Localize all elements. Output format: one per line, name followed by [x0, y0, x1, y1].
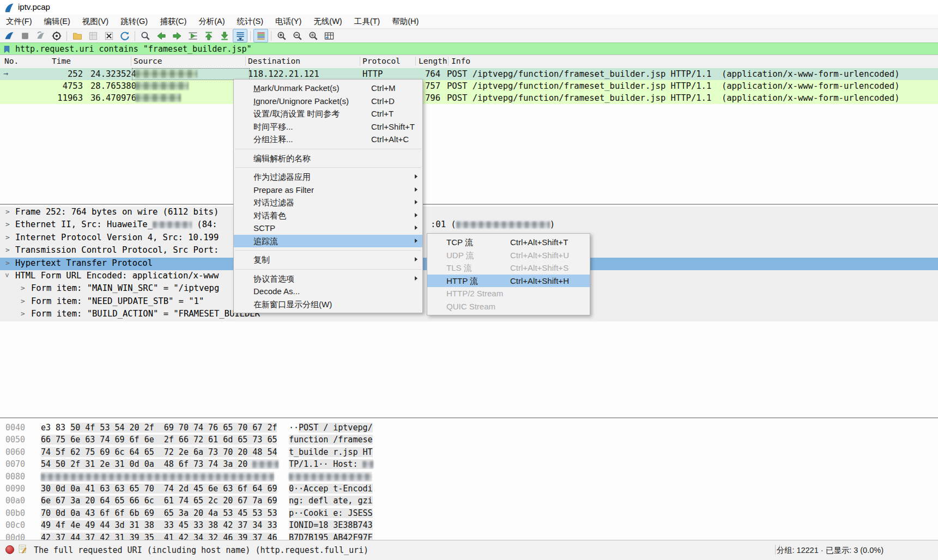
menu-wireless[interactable]: 无线(W): [307, 15, 348, 28]
capture-options-gear-icon[interactable]: [49, 29, 64, 42]
context-menu-item-follow-stream[interactable]: 追踪流: [234, 235, 422, 248]
context-menu-item-ignore[interactable]: Ignore/Unignore Packet(s)Ctrl+D: [234, 95, 422, 108]
expander-icon[interactable]: >: [21, 284, 25, 292]
hex-bytes[interactable]: e3 83 50 4f 53 54 20 2f 69 70 74 76 65 7…: [41, 423, 277, 433]
display-filter-input[interactable]: http.request.uri contains "frameset_buil…: [15, 44, 251, 54]
context-menu-item-sctp[interactable]: SCTP: [234, 222, 422, 235]
hex-bytes[interactable]: 66 75 6e 63 74 69 6f 6e 2f 66 72 61 6d 6…: [41, 435, 277, 445]
go-first-packet-icon[interactable]: [201, 29, 216, 42]
menu-separator: [235, 269, 421, 270]
column-header-length[interactable]: Length: [419, 57, 447, 65]
colorize-packets-icon[interactable]: [253, 29, 268, 42]
submenu-item-http-stream[interactable]: HTTP 流Ctrl+Alt+Shift+H: [427, 275, 590, 288]
menu-statistics[interactable]: 统计(S): [231, 15, 269, 28]
hex-bytes[interactable]: 30 0d 0a 41 63 63 65 70 74 2d 45 6e 63 6…: [41, 484, 277, 494]
context-menu-item-edit-resolved-name[interactable]: 编辑解析的名称: [234, 152, 422, 165]
zoom-out-icon[interactable]: [290, 29, 305, 42]
hex-offset: 00a0: [5, 496, 25, 506]
menu-analyze[interactable]: 分析(A): [192, 15, 231, 28]
hex-ascii[interactable]: function /framese: [289, 435, 373, 445]
hex-ascii[interactable]: p··Cooki e: JSESS: [289, 508, 373, 518]
expander-icon[interactable]: >: [5, 208, 10, 216]
menu-capture[interactable]: 捕获(C): [154, 15, 192, 28]
menu-view[interactable]: 视图(V): [76, 15, 114, 28]
hex-bytes[interactable]: 70 0d 0a 43 6f 6f 6b 69 65 3a 20 4a 53 4…: [41, 508, 277, 518]
expander-icon[interactable]: >: [5, 259, 10, 267]
resize-columns-icon[interactable]: [322, 29, 336, 42]
context-menu-item-time-reference[interactable]: 设置/取消设置 时间参考Ctrl+T: [234, 107, 422, 120]
close-file-icon[interactable]: [101, 29, 116, 42]
menu-telephony[interactable]: 电话(Y): [269, 15, 307, 28]
hex-bytes[interactable]: 74 5f 62 75 69 6c 64 65 72 2e 6a 73 70 2…: [41, 447, 277, 457]
hex-ascii[interactable]: [289, 472, 372, 482]
menu-file[interactable]: 文件(F): [0, 15, 38, 28]
column-header-source[interactable]: Source: [134, 57, 162, 65]
find-packet-icon[interactable]: [138, 29, 153, 42]
context-menu-item-packet-comment[interactable]: 分组注释...Ctrl+Alt+C: [234, 133, 422, 146]
column-header-protocol[interactable]: Protocol: [362, 57, 401, 65]
go-next-packet-icon[interactable]: [170, 29, 184, 42]
zoom-in-icon[interactable]: [274, 29, 289, 42]
hex-bytes[interactable]: 49 4f 4e 49 44 3d 31 38 33 45 33 38 42 3…: [41, 520, 277, 530]
start-capture-fin-icon[interactable]: [2, 29, 16, 42]
mac-name-redacted: [456, 221, 550, 228]
detail-ethernet-line[interactable]: > Ethernet II, Src: HuaweiTe_ (84: :01 (…: [0, 219, 938, 232]
expander-icon[interactable]: >: [5, 233, 10, 241]
context-menu-item-show-in-new-window[interactable]: 在新窗口显示分组(W): [234, 298, 422, 311]
column-header-info[interactable]: Info: [451, 57, 470, 65]
submenu-item-tcp-stream[interactable]: TCP 流Ctrl+Alt+Shift+T: [427, 236, 590, 249]
auto-scroll-icon[interactable]: [233, 29, 247, 42]
expander-icon[interactable]: >: [21, 297, 25, 305]
hex-ascii[interactable]: ··POST / iptvepg/: [289, 423, 373, 433]
zoom-original-icon[interactable]: [306, 29, 320, 42]
hex-ascii[interactable]: TP/1.1·· Host:: [289, 459, 373, 469]
menu-edit[interactable]: 编辑(E): [38, 15, 76, 28]
open-file-folder-icon[interactable]: [70, 29, 84, 42]
column-header-destination[interactable]: Destination: [248, 57, 300, 65]
context-menu-item-conversation-filter[interactable]: 对话过滤器: [234, 196, 422, 209]
packet-no: 11963: [33, 93, 83, 103]
menu-help[interactable]: 帮助(H): [386, 15, 425, 28]
expander-icon[interactable]: >: [5, 246, 10, 254]
menu-tools[interactable]: 工具(T): [348, 15, 386, 28]
expander-icon[interactable]: >: [5, 220, 10, 228]
context-menu-item-colorize-conversation[interactable]: 对话着色: [234, 209, 422, 222]
packet-row[interactable]: 11963 36.470976 796 POST /iptvepg/functi…: [0, 92, 938, 104]
context-menu-item-mark[interactable]: Mark/Unmark Packet(s)Ctrl+M: [234, 82, 422, 95]
hex-bytes[interactable]: 6e 67 3a 20 64 65 66 6c 61 74 65 2c 20 6…: [41, 496, 277, 506]
context-menu-item-protocol-preferences[interactable]: 协议首选项: [234, 272, 422, 285]
submenu-arrow-icon: [415, 200, 417, 204]
menu-go[interactable]: 跳转(G): [114, 15, 154, 28]
hex-ascii[interactable]: 0··Accep t-Encodi: [289, 484, 373, 494]
hex-redacted: [41, 473, 274, 480]
context-menu-item-decode-as[interactable]: Decode As...: [234, 285, 422, 298]
context-menu-item-copy[interactable]: 复制: [234, 253, 422, 266]
hex-bytes[interactable]: [41, 472, 274, 482]
stop-capture-icon[interactable]: [17, 29, 32, 42]
expert-info-icon[interactable]: [5, 545, 14, 554]
save-file-icon[interactable]: [86, 29, 100, 42]
packet-row[interactable]: 4753 28.765380 757 POST /iptvepg/functio…: [0, 80, 938, 92]
go-to-packet-icon[interactable]: [185, 29, 200, 42]
packet-list-pane: No. Time Source Destination Protocol Len…: [0, 54, 938, 204]
expander-icon[interactable]: >: [3, 273, 11, 278]
capture-comment-icon[interactable]: [18, 544, 27, 553]
reload-file-icon[interactable]: [117, 29, 132, 42]
hex-redacted: [252, 461, 279, 468]
hex-ascii[interactable]: IONID=18 3E38B743: [289, 520, 373, 530]
packet-row[interactable]: → 252 24.323524 118.122.21.121 HTTP 764 …: [0, 68, 938, 80]
hex-ascii[interactable]: ng: defl ate, gzi: [289, 496, 373, 506]
hex-bytes[interactable]: 54 50 2f 31 2e 31 0d 0a 48 6f 73 74 3a 2…: [41, 459, 279, 469]
go-previous-packet-icon[interactable]: [154, 29, 168, 42]
context-menu-item-prepare-as-filter[interactable]: Prepare as Filter: [234, 184, 422, 197]
hex-ascii[interactable]: t_builde r.jsp HT: [289, 447, 373, 457]
filter-bookmark-icon[interactable]: [3, 45, 11, 53]
context-menu-item-apply-as-filter[interactable]: 作为过滤器应用: [234, 171, 422, 184]
restart-capture-icon[interactable]: [33, 29, 48, 42]
expander-icon[interactable]: >: [21, 309, 25, 318]
context-menu-item-time-shift[interactable]: 时间平移...Ctrl+Shift+T: [234, 120, 422, 133]
go-last-packet-icon[interactable]: [217, 29, 232, 42]
column-header-no[interactable]: No.: [4, 57, 19, 65]
detail-frame-line[interactable]: > Frame 252: 764 bytes on wire (6112 bit…: [0, 206, 938, 219]
column-header-time[interactable]: Time: [52, 57, 71, 65]
